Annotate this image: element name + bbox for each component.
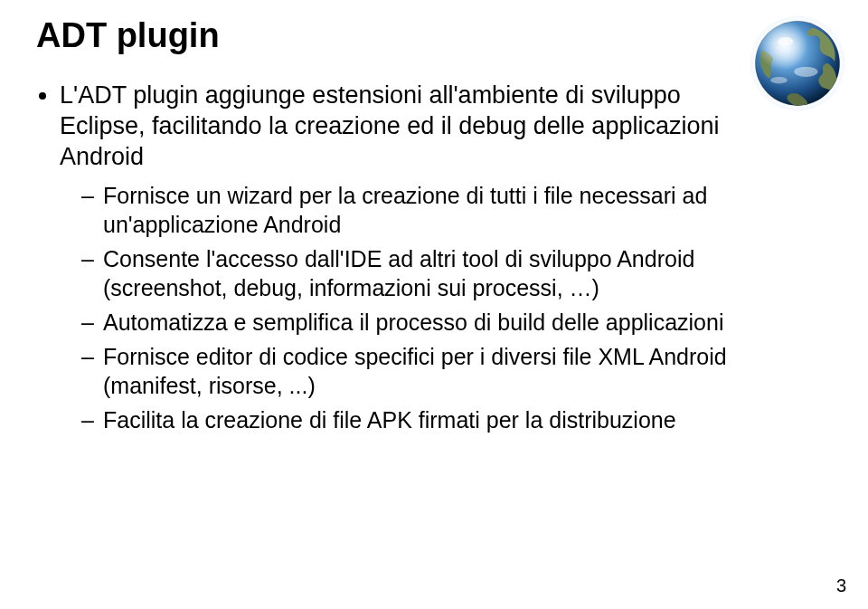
sub-bullet: Fornisce editor di codice specifici per … [87,342,750,400]
bullet-main: L'ADT plugin aggiunge estensioni all'amb… [60,81,832,434]
sub-bullet-text: Automatizza e semplifica il processo di … [103,309,723,335]
page-number: 3 [836,576,846,596]
svg-point-6 [755,21,839,105]
sub-bullet: Consente l'accesso dall'IDE ad altri too… [87,244,750,302]
earth-globe-icon [747,13,848,114]
slide-title: ADT plugin [36,16,832,55]
sub-bullet-text: Facilita la creazione di file APK firmat… [103,407,676,433]
sub-bullet: Fornisce un wizard per la creazione di t… [87,181,750,239]
bullet-list: L'ADT plugin aggiunge estensioni all'amb… [36,81,832,434]
bullet-main-text: L'ADT plugin aggiunge estensioni all'amb… [60,81,719,170]
sub-bullet-text: Fornisce un wizard per la creazione di t… [103,183,707,237]
sub-bullet: Facilita la creazione di file APK firmat… [87,405,750,434]
sub-bullet-text: Fornisce editor di codice specifici per … [103,344,727,398]
sub-bullet: Automatizza e semplifica il processo di … [87,308,750,337]
sub-bullet-list: Fornisce un wizard per la creazione di t… [60,181,750,434]
slide: ADT plugin [0,0,868,609]
sub-bullet-text: Consente l'accesso dall'IDE ad altri too… [103,246,694,300]
